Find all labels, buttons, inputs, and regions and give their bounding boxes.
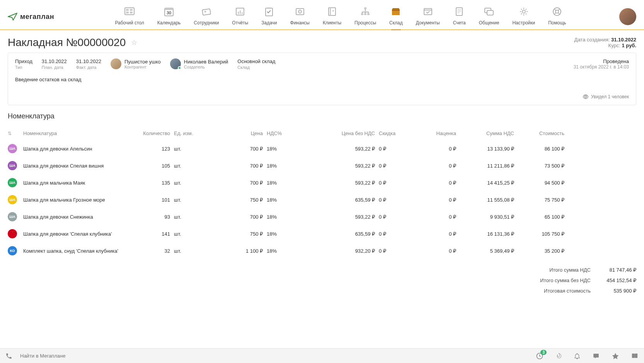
nav-label: Календарь — [157, 20, 181, 26]
nav-calendar[interactable]: 30Календарь — [152, 4, 186, 29]
table-row[interactable]: ША Шапка для девочки Снежинка 93 шт. 700… — [8, 208, 636, 225]
sort-icon[interactable]: ⇅ — [8, 131, 19, 136]
col-unit[interactable]: Ед. изм. — [174, 130, 209, 136]
table-row[interactable]: КО Комплект шапка, снуд 'Спелая клубника… — [8, 242, 636, 259]
nav-chat[interactable]: Общение — [474, 4, 505, 29]
dashboard-icon — [123, 5, 136, 18]
item-vat: 18% — [267, 231, 305, 237]
meta-plan-label: План. дата — [42, 65, 67, 70]
seen-text: Увидел 1 человек — [591, 94, 629, 99]
col-discount[interactable]: Скидка — [379, 130, 410, 136]
nav-label: Клиенты — [323, 20, 341, 26]
nav-dashboard[interactable]: Рабочий стол — [109, 4, 149, 29]
item-unit: шт. — [174, 197, 209, 203]
seen-by[interactable]: Увидел 1 человек — [15, 94, 629, 99]
item-qty: 93 — [128, 214, 170, 220]
meta-creator[interactable]: Николаев Валерий Создатель — [170, 58, 228, 69]
col-name[interactable]: Номенклатура — [23, 130, 124, 136]
top-nav: мегаплан Рабочий стол30КалендарьСотрудни… — [0, 0, 644, 30]
col-markup[interactable]: Наценка — [414, 130, 456, 136]
item-price: 700 ₽ — [213, 180, 263, 186]
svg-point-21 — [332, 10, 334, 12]
nav-label: Рабочий стол — [115, 20, 144, 26]
total-value: 535 900 ₽ — [598, 288, 636, 294]
col-price-no-vat[interactable]: Цена без НДС — [309, 130, 375, 136]
settings-icon — [518, 5, 530, 18]
item-tag — [8, 229, 17, 238]
item-tag: ША — [8, 212, 17, 221]
col-vat-sum[interactable]: Сумма НДС — [460, 130, 514, 136]
favorite-star-icon[interactable]: ☆ — [131, 38, 137, 47]
table-row[interactable]: ША Шапка для мальчика Маяк 135 шт. 700 ₽… — [8, 174, 636, 191]
item-qty: 101 — [128, 197, 170, 203]
svg-rect-26 — [392, 10, 400, 11]
nav-tasks[interactable]: Задачи — [256, 4, 282, 29]
svg-rect-30 — [487, 10, 493, 15]
totals: Итого сумма НДС81 747,46 ₽Итого сумма бе… — [8, 265, 636, 296]
user-avatar[interactable] — [619, 8, 636, 25]
finance-icon — [294, 5, 306, 18]
table-row[interactable]: ША Шапка для мальчика Грозное море 101 ш… — [8, 191, 636, 208]
item-vat-sum: 9 930,51 ₽ — [460, 214, 514, 220]
title-row: Накладная №00000020 ☆ Дата создания: 31.… — [8, 30, 636, 53]
item-name: Шапка для девочки Снежинка — [23, 214, 124, 220]
svg-rect-20 — [330, 8, 331, 15]
nav-finance[interactable]: Финансы — [285, 4, 315, 29]
item-price: 700 ₽ — [213, 146, 263, 152]
nav-employees[interactable]: Сотрудники — [188, 4, 224, 29]
item-cost: 73 500 ₽ — [518, 163, 564, 169]
svg-text:30: 30 — [167, 10, 171, 15]
nav-invoices[interactable]: Счета — [448, 4, 471, 29]
nav-processes[interactable]: Процессы — [349, 4, 382, 29]
logo-text: мегаплан — [20, 13, 54, 21]
item-unit: шт. — [174, 248, 209, 254]
nav-clients[interactable]: Клиенты — [317, 4, 347, 29]
nav-reports[interactable]: Отчёты — [227, 4, 254, 29]
svg-point-18 — [299, 11, 300, 12]
nav-documents[interactable]: Документы — [411, 4, 445, 29]
svg-rect-3 — [126, 12, 129, 14]
col-qty[interactable]: Количество — [128, 130, 170, 136]
created-label: Дата создания: — [574, 37, 610, 43]
col-vat[interactable]: НДС% — [267, 130, 305, 136]
total-label: Итого сумма без НДС — [540, 277, 591, 283]
item-tag: КО — [8, 246, 17, 255]
svg-point-32 — [553, 8, 561, 15]
col-cost[interactable]: Стоимость — [518, 130, 564, 136]
item-vat-sum: 11 211,86 ₽ — [460, 163, 514, 169]
help-icon — [551, 5, 563, 18]
item-name: Шапка для мальчика Маяк — [23, 180, 124, 186]
svg-rect-0 — [125, 8, 134, 15]
svg-rect-1 — [126, 9, 129, 11]
warehouse-name: Основной склад — [237, 58, 275, 64]
svg-point-31 — [522, 10, 525, 13]
item-tag: ША — [8, 161, 17, 170]
nav-help[interactable]: Помощь — [543, 4, 571, 29]
nav-items: Рабочий стол30КалендарьСотрудникиОтчётыЗ… — [70, 4, 612, 29]
item-name: Шапка для мальчика Грозное море — [23, 197, 124, 203]
table-row[interactable]: ША Шапка для девочки Апельсин 123 шт. 70… — [8, 140, 636, 157]
table-row[interactable]: Шапка для девочки 'Спелая клубника' 141 … — [8, 225, 636, 242]
total-value: 454 152,54 ₽ — [598, 277, 636, 283]
processes-icon — [359, 5, 371, 18]
item-tag: ША — [8, 178, 17, 187]
contractor-name: Пушистое ушко — [124, 59, 161, 65]
item-discount: 0 ₽ — [379, 197, 410, 203]
nav-label: Общение — [479, 20, 499, 26]
item-price-no-vat: 593,22 ₽ — [309, 180, 375, 186]
svg-rect-4 — [130, 12, 133, 14]
logo[interactable]: мегаплан — [8, 12, 54, 21]
reports-icon — [234, 5, 246, 18]
item-vat-sum: 5 369,49 ₽ — [460, 248, 514, 254]
items-table: ⇅ Номенклатура Количество Ед. изм. Цена … — [8, 127, 636, 259]
item-vat: 18% — [267, 214, 305, 220]
item-discount: 0 ₽ — [379, 180, 410, 186]
status-value: Проведена — [574, 58, 629, 64]
nav-settings[interactable]: Настройки — [507, 4, 540, 29]
nav-warehouse[interactable]: Склад — [384, 4, 408, 29]
meta-contractor[interactable]: Пушистое ушко Контрагент — [111, 58, 161, 69]
col-price[interactable]: Цена — [213, 130, 263, 136]
item-cost: 65 100 ₽ — [518, 214, 564, 220]
meta-type-label: Тип — [15, 65, 32, 70]
table-row[interactable]: ША Шапка для девочки Спелая вишня 105 шт… — [8, 157, 636, 174]
